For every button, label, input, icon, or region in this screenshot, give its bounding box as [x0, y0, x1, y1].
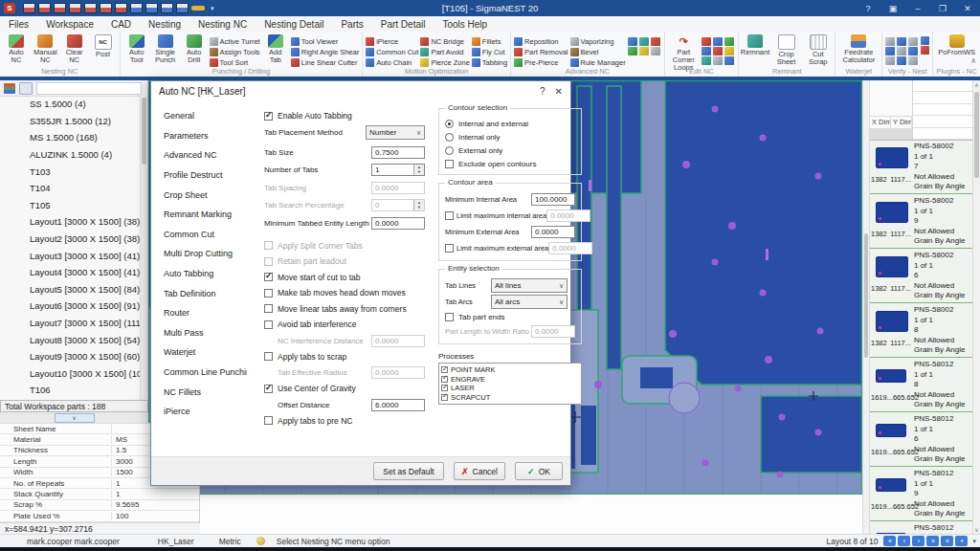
- menu-item[interactable]: Part Detail: [372, 16, 434, 32]
- tree-toolbar-icon[interactable]: [4, 83, 15, 94]
- process-checkbox[interactable]: [441, 366, 448, 373]
- minimize-icon[interactable]: –: [905, 0, 930, 16]
- tree-item[interactable]: T105: [0, 197, 141, 214]
- property-row[interactable]: Stack Quantity 1: [0, 489, 199, 499]
- cancel-button[interactable]: Cancel: [454, 462, 505, 480]
- tree-scrollbar[interactable]: [140, 96, 147, 400]
- ribbon-collapse-icon[interactable]: ∧: [970, 56, 976, 65]
- process-item[interactable]: POINT MARK: [441, 365, 579, 375]
- ribbon-button[interactable]: Cut Scrap: [804, 33, 832, 67]
- tree-item[interactable]: Layout1 [3000 X 1500] (38): [0, 213, 141, 231]
- move-linear-tabs-checkbox[interactable]: [264, 304, 273, 313]
- ribbon-small-button[interactable]: Part Avoid: [420, 47, 469, 56]
- part-row[interactable]: 1382 1117... PNS-58002 1 of 1 8 Not Allo…: [870, 303, 972, 358]
- tree-item[interactable]: Layout9 [3000 X 1500] (60): [0, 348, 141, 365]
- parts-column-header[interactable]: [913, 92, 972, 103]
- ribbon-small-button[interactable]: Bevel: [570, 47, 626, 56]
- ribbon-small-button[interactable]: Pierce Zone: [420, 57, 469, 67]
- dialog-nav-item[interactable]: Tab Definition: [151, 283, 247, 303]
- ribbon-button[interactable]: Auto Tool: [123, 33, 150, 65]
- help-button[interactable]: ?: [856, 0, 880, 16]
- qat-highlighter-icon[interactable]: [191, 6, 205, 11]
- layout-next-button[interactable]: [912, 536, 924, 546]
- part-row[interactable]: 1382 1117... PNS-58002 1 of 1 7 Not Allo…: [870, 140, 972, 194]
- dialog-nav-item[interactable]: Common Line Punching: [151, 363, 247, 383]
- tree-toolbar-icon[interactable]: [19, 82, 33, 95]
- ribbon-small-button[interactable]: Tabbing: [472, 57, 507, 67]
- ribbon-small-button[interactable]: Tool Sort: [210, 57, 260, 67]
- column-header-x-dimension[interactable]: X Dimen: [870, 117, 891, 128]
- advanced-nc-icon[interactable]: [651, 47, 660, 55]
- dialog-nav-item[interactable]: Parameters: [151, 126, 247, 146]
- verify-nest-icon[interactable]: [908, 56, 918, 65]
- edit-nc-icon[interactable]: [724, 47, 734, 55]
- edit-nc-icon[interactable]: [702, 56, 711, 65]
- tree-item[interactable]: Layout5 [3000 X 1500] (84): [0, 281, 141, 298]
- property-row[interactable]: Plate Used % 100: [0, 511, 199, 521]
- process-item[interactable]: SCRAPCUT: [441, 393, 579, 403]
- internal-and-external-radio[interactable]: [445, 120, 454, 128]
- verify-nest-icon[interactable]: [921, 36, 929, 45]
- parts-column-header[interactable]: [913, 104, 972, 116]
- menu-item[interactable]: CAD: [102, 16, 140, 32]
- ribbon-small-button[interactable]: NC Bridge: [420, 36, 469, 46]
- layout-goto-button[interactable]: [941, 536, 953, 546]
- property-row[interactable]: Scrap % 9.5695: [0, 500, 199, 511]
- enable-auto-tabbing-checkbox[interactable]: [264, 112, 273, 121]
- tree-item[interactable]: Layout4 [3000 X 1500] (41): [0, 264, 141, 281]
- minimum-tabbed-entity-length-input[interactable]: 0.0000: [371, 217, 425, 230]
- ribbon-small-button[interactable]: Fillets: [472, 36, 507, 46]
- ribbon-small-button[interactable]: Right Angle Shear: [291, 47, 359, 56]
- ribbon-small-button[interactable]: Reposition: [514, 36, 568, 46]
- tree-item[interactable]: SS 1.5000 (4): [0, 96, 141, 113]
- tree-item[interactable]: MS 1.5000 (168): [0, 129, 141, 146]
- number-of-tabs-stepper[interactable]: 1: [371, 164, 425, 176]
- edit-nc-icon[interactable]: [713, 37, 723, 46]
- tree-item[interactable]: Layout8 [3000 X 1500] (54): [0, 331, 141, 348]
- scrollbar-thumb[interactable]: [974, 92, 979, 178]
- tab-size-input[interactable]: 0.7500: [371, 146, 425, 159]
- apply-tabs-to-pre-nc-checkbox[interactable]: [264, 416, 273, 425]
- process-checkbox[interactable]: [441, 376, 448, 383]
- scrollbar-thumb[interactable]: [864, 233, 868, 358]
- dialog-nav-item[interactable]: iPierce: [151, 402, 247, 422]
- scrollbar-thumb[interactable]: [142, 98, 146, 165]
- dialog-nav-item[interactable]: Waterjet: [151, 342, 247, 363]
- limit-maximum-internal-area-checkbox[interactable]: [445, 211, 454, 220]
- verify-nest-icon[interactable]: [908, 37, 918, 46]
- ribbon-small-button[interactable]: Fly Cut: [472, 47, 507, 56]
- tree-item[interactable]: S355JR 1.5000 (12): [0, 113, 141, 130]
- qat-button-icon[interactable]: [84, 3, 97, 13]
- exclude-open-contours-checkbox[interactable]: [445, 160, 454, 168]
- menu-item[interactable]: Nesting Detail: [256, 16, 332, 32]
- layout-last-button[interactable]: [926, 536, 939, 546]
- edit-nc-icon[interactable]: [702, 37, 711, 46]
- advanced-nc-icon[interactable]: [639, 47, 649, 55]
- part-row[interactable]: 1619... 665.652 PNS-58012 1 of 1 8 Not A…: [870, 358, 972, 412]
- verify-nest-icon[interactable]: [897, 47, 906, 55]
- menu-item[interactable]: Workspace: [37, 16, 102, 32]
- layout-add-button[interactable]: [955, 536, 968, 546]
- ok-button[interactable]: OK: [515, 462, 563, 480]
- menu-item[interactable]: Nesting: [140, 16, 189, 32]
- head-down-moves-checkbox[interactable]: [264, 289, 273, 298]
- dialog-nav-item[interactable]: General: [151, 106, 247, 126]
- workspace-vertical-scrollbar[interactable]: [862, 80, 870, 534]
- qat-more-chevron-icon[interactable]: ▾: [211, 5, 214, 12]
- dialog-nav-item[interactable]: Multi Drop Cutting: [151, 244, 247, 264]
- qat-button-icon[interactable]: [23, 3, 35, 13]
- process-item[interactable]: LASER: [441, 384, 579, 393]
- part-row[interactable]: 1619... 665.652 PNS-58012 1 of 1 6 Not A…: [870, 412, 972, 467]
- dialog-nav-item[interactable]: Crop Sheet: [151, 185, 247, 205]
- tree-item[interactable]: Layout3 [3000 X 1500] (41): [0, 247, 141, 264]
- verify-nest-icon[interactable]: [897, 56, 906, 65]
- ribbon-small-button[interactable]: Rule Manager: [570, 57, 626, 67]
- scroll-down-icon[interactable]: ∨: [973, 525, 980, 534]
- use-center-of-gravity-checkbox[interactable]: [264, 385, 273, 393]
- tab-part-ends-checkbox[interactable]: [445, 313, 454, 321]
- dialog-nav-item[interactable]: Auto Tabbing: [151, 264, 247, 284]
- dialog-nav-item[interactable]: Remnant Marking: [151, 205, 247, 225]
- ribbon-small-button[interactable]: iPierce: [366, 36, 418, 46]
- dialog-nav-item[interactable]: Profile Destruct: [151, 165, 247, 186]
- tree-item[interactable]: Layout2 [3000 X 1500] (38): [0, 231, 141, 248]
